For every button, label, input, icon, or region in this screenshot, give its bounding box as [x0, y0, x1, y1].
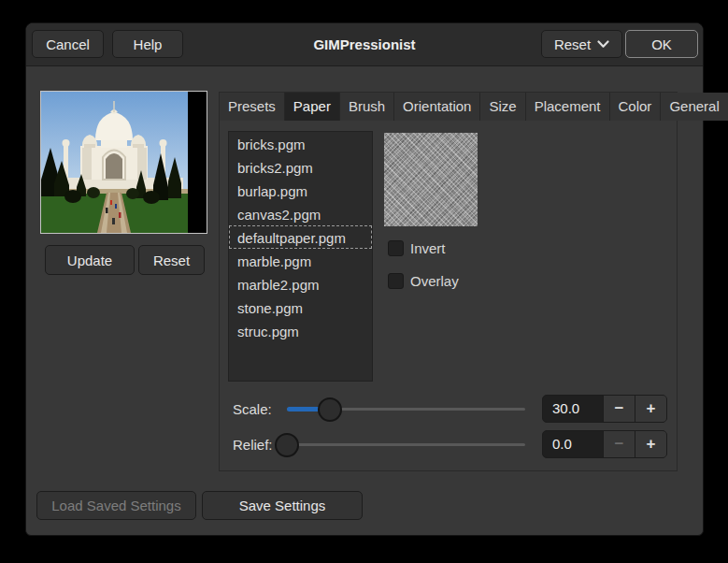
relief-slider-track	[287, 443, 525, 446]
tab-presets[interactable]: Presets	[220, 93, 285, 121]
tab-size[interactable]: Size	[480, 93, 525, 121]
plus-icon: +	[647, 435, 656, 454]
scale-value-input[interactable]: 30.0	[543, 396, 603, 422]
overlay-checkbox[interactable]	[388, 273, 404, 289]
scale-decrement-button[interactable]: −	[603, 396, 635, 422]
minus-icon: −	[615, 435, 624, 454]
paper-file-item[interactable]: bricks.pgm	[229, 132, 372, 155]
paper-file-item-selected[interactable]: defaultpaper.pgm	[229, 225, 372, 249]
tab-paper[interactable]: Paper	[285, 93, 340, 121]
tab-strip: Presets Paper Brush Orientation Size Pla…	[220, 93, 677, 121]
paper-file-item[interactable]: marble2.pgm	[229, 272, 372, 296]
tab-orientation[interactable]: Orientation	[394, 93, 480, 121]
reset-dropdown-button[interactable]: Reset	[541, 30, 622, 58]
scale-increment-button[interactable]: +	[635, 396, 666, 422]
tab-general[interactable]: General	[661, 93, 728, 121]
relief-spinbutton: 0.0 − +	[542, 430, 667, 458]
save-settings-button[interactable]: Save Settings	[202, 491, 363, 520]
load-saved-settings-button[interactable]: Load Saved Settings	[36, 491, 196, 520]
scale-slider[interactable]	[287, 396, 525, 424]
gimpressionist-dialog: GIMPressionist Cancel Help Reset OK	[25, 22, 704, 536]
paper-file-item[interactable]: burlap.pgm	[229, 179, 372, 202]
relief-slider[interactable]	[287, 431, 525, 459]
invert-label: Invert	[410, 240, 446, 256]
help-button[interactable]: Help	[112, 30, 183, 58]
paper-file-item[interactable]: stone.pgm	[229, 296, 372, 319]
tab-color[interactable]: Color	[610, 93, 662, 121]
plus-icon: +	[647, 399, 656, 418]
settings-notebook: Presets Paper Brush Orientation Size Pla…	[219, 92, 678, 471]
image-preview-frame	[40, 91, 207, 234]
relief-slider-handle[interactable]	[275, 433, 299, 457]
relief-label: Relief:	[233, 431, 273, 459]
invert-checkbox[interactable]	[388, 240, 404, 256]
relief-value-input[interactable]: 0.0	[543, 431, 603, 457]
paper-file-item[interactable]: bricks2.pgm	[229, 155, 372, 179]
minus-icon: −	[615, 399, 624, 418]
chevron-down-icon	[597, 40, 609, 49]
preview-image	[41, 92, 188, 233]
tab-placement[interactable]: Placement	[526, 93, 610, 121]
paper-file-item[interactable]: struc.pgm	[229, 319, 372, 342]
ok-button[interactable]: OK	[625, 30, 698, 58]
reset-label: Reset	[554, 36, 591, 52]
reset-preview-button[interactable]: Reset	[138, 245, 205, 275]
tab-brush[interactable]: Brush	[340, 93, 394, 121]
overlay-label: Overlay	[410, 273, 459, 289]
paper-file-item[interactable]: marble.pgm	[229, 249, 372, 272]
paper-file-list[interactable]: bricks.pgm bricks2.pgm burlap.pgm canvas…	[228, 131, 373, 382]
scale-label: Scale:	[233, 396, 272, 424]
scale-slider-handle[interactable]	[318, 397, 342, 422]
scale-spinbutton: 30.0 − +	[542, 395, 667, 423]
relief-increment-button[interactable]: +	[635, 431, 666, 457]
relief-decrement-button[interactable]: −	[603, 431, 635, 457]
paper-file-item[interactable]: canvas2.pgm	[229, 202, 372, 225]
preview-letterbox	[188, 92, 207, 233]
cancel-button[interactable]: Cancel	[32, 30, 104, 58]
update-preview-button[interactable]: Update	[45, 245, 135, 275]
paper-texture-preview	[384, 133, 478, 226]
header-bar: GIMPressionist Cancel Help Reset OK	[26, 23, 703, 66]
